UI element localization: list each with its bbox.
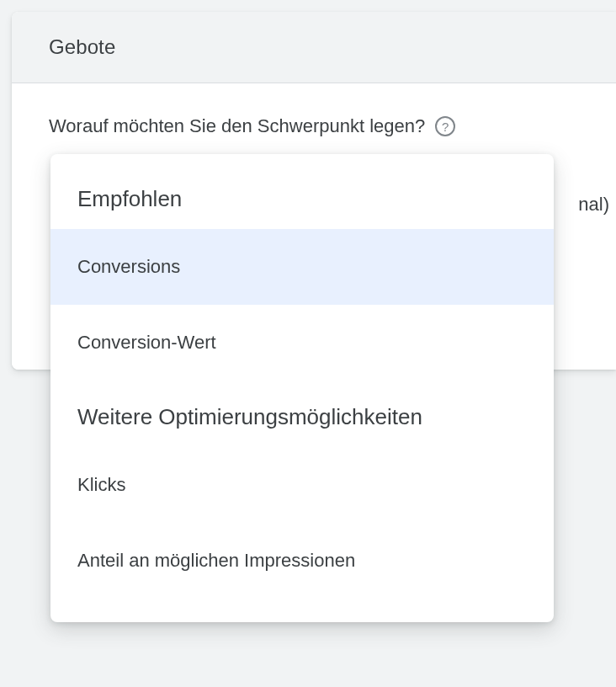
question-row: Worauf möchten Sie den Schwerpunkt legen… <box>49 115 579 137</box>
dropdown-item-clicks[interactable]: Klicks <box>50 447 554 523</box>
question-text: Worauf möchten Sie den Schwerpunkt legen… <box>49 115 425 137</box>
dropdown-item-impression-share[interactable]: Anteil an möglichen Impressionen <box>50 523 554 599</box>
panel-header: Gebote <box>12 12 616 83</box>
panel-title: Gebote <box>49 35 579 59</box>
focus-dropdown: Empfohlen Conversions Conversion-Wert We… <box>50 154 554 622</box>
obscured-text: nal) <box>578 194 609 216</box>
dropdown-section-header-other: Weitere Optimierungsmöglichkeiten <box>50 381 554 447</box>
dropdown-item-conversions[interactable]: Conversions <box>50 229 554 305</box>
dropdown-item-conversion-value[interactable]: Conversion-Wert <box>50 305 554 381</box>
dropdown-section-header-recommended: Empfohlen <box>50 171 554 229</box>
help-icon[interactable]: ? <box>435 116 455 136</box>
